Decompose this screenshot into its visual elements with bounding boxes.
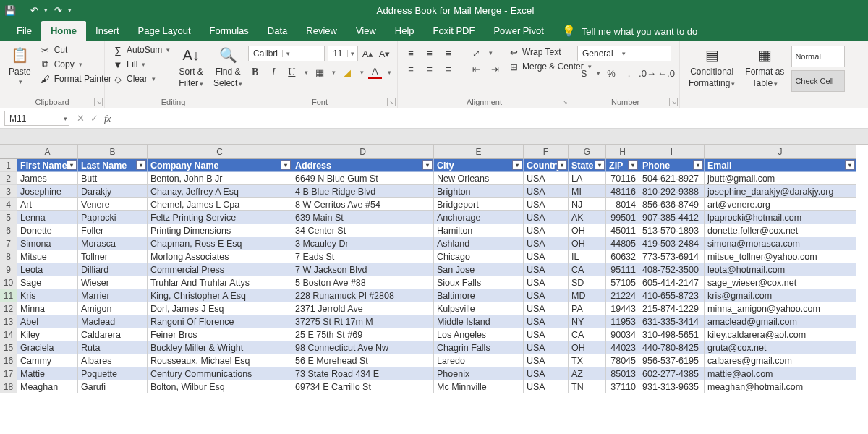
cell[interactable]: Paprocki	[78, 211, 148, 224]
cell[interactable]: Chemel, James L Cpa	[148, 198, 292, 211]
font-name-combo[interactable]: Calibri▾	[248, 46, 325, 61]
cell[interactable]: Wieser	[78, 276, 148, 289]
filter-dropdown-icon[interactable]: ▾	[557, 160, 567, 170]
cell[interactable]: Rangoni Of Florence	[148, 315, 292, 328]
cell[interactable]: amaclead@gmail.com	[705, 315, 856, 328]
cell[interactable]: Morasca	[78, 237, 148, 250]
cell[interactable]: lpaprocki@hotmail.com	[705, 211, 856, 224]
font-size-combo[interactable]: 11▾	[328, 46, 358, 61]
tell-me-search[interactable]: 💡Tell me what you want to do	[562, 25, 697, 41]
table-header[interactable]: Email▾	[705, 159, 856, 172]
row-header[interactable]: 10	[0, 276, 17, 289]
cell[interactable]: 310-498-5651	[639, 328, 705, 341]
column-header[interactable]: I	[639, 145, 705, 159]
fx-icon[interactable]: fx	[104, 113, 111, 124]
select-all-corner[interactable]	[0, 145, 17, 159]
cell[interactable]: USA	[524, 263, 569, 276]
cell[interactable]: USA	[524, 185, 569, 198]
cell[interactable]: 37275 St Rt 17m M	[292, 315, 434, 328]
cell[interactable]: King, Christopher A Esq	[148, 289, 292, 302]
cell[interactable]: Laredo	[434, 354, 524, 367]
cell[interactable]: Amigon	[78, 302, 148, 315]
row-header[interactable]: 5	[0, 211, 17, 224]
cell[interactable]: 931-313-9635	[639, 380, 705, 393]
cell[interactable]: Printing Dimensions	[148, 224, 292, 237]
cell[interactable]: Hamilton	[434, 224, 524, 237]
cell[interactable]: 37110	[606, 380, 639, 393]
cell[interactable]: USA	[524, 354, 569, 367]
filter-dropdown-icon[interactable]: ▾	[67, 160, 77, 170]
undo-dropdown-icon[interactable]: ▾	[44, 7, 48, 14]
style-normal[interactable]: Normal	[791, 46, 845, 67]
table-header[interactable]: Phone▾	[639, 159, 705, 172]
column-header[interactable]: J	[705, 145, 856, 159]
cell[interactable]: 44805	[606, 237, 639, 250]
cell[interactable]: Dilliard	[78, 263, 148, 276]
fill-color-button[interactable]: ◢	[340, 65, 354, 80]
table-header[interactable]: City▾	[434, 159, 524, 172]
filter-dropdown-icon[interactable]: ▾	[422, 160, 433, 170]
cell[interactable]: USA	[524, 172, 569, 185]
cell[interactable]: kiley.caldarera@aol.com	[705, 328, 856, 341]
cell[interactable]: 639 Main St	[292, 211, 434, 224]
cell[interactable]: 228 Runamuck Pl #2808	[292, 289, 434, 302]
cell[interactable]: Sioux Falls	[434, 276, 524, 289]
cell[interactable]: Brighton	[434, 185, 524, 198]
table-header[interactable]: ZIP▾	[606, 159, 639, 172]
cell[interactable]: jbutt@gmail.com	[705, 172, 856, 185]
cell[interactable]: Chagrin Falls	[434, 341, 524, 354]
row-header[interactable]: 11	[0, 289, 17, 302]
cell[interactable]: USA	[524, 224, 569, 237]
cell[interactable]: Art	[17, 198, 78, 211]
redo-icon[interactable]: ↷	[52, 4, 64, 16]
cell[interactable]: Bolton, Wilbur Esq	[148, 380, 292, 393]
cell[interactable]: Leota	[17, 263, 78, 276]
cell[interactable]: Baltimore	[434, 289, 524, 302]
cell[interactable]: 90034	[606, 328, 639, 341]
cell[interactable]: 44023	[606, 341, 639, 354]
tab-insert[interactable]: Insert	[86, 21, 129, 41]
cell[interactable]: Tollner	[78, 250, 148, 263]
cell[interactable]: Venere	[78, 198, 148, 211]
row-header[interactable]: 12	[0, 302, 17, 315]
tab-home[interactable]: Home	[41, 21, 86, 41]
cell[interactable]: USA	[524, 341, 569, 354]
table-header[interactable]: Country▾	[524, 159, 569, 172]
cell[interactable]: Meaghan	[17, 380, 78, 393]
row-header[interactable]: 16	[0, 354, 17, 367]
align-left-icon[interactable]: ≡	[404, 61, 418, 76]
cell[interactable]: 8014	[606, 198, 639, 211]
paste-button[interactable]: 📋 Paste ▾	[6, 43, 34, 87]
spreadsheet-grid[interactable]: A B C D E F G H I J 1First Name▾Last Nam…	[0, 145, 868, 393]
filter-dropdown-icon[interactable]: ▾	[693, 160, 703, 170]
cell[interactable]: calbares@gmail.com	[705, 354, 856, 367]
cell[interactable]: 25 E 75th St #69	[292, 328, 434, 341]
cell[interactable]: Butt	[78, 172, 148, 185]
cell[interactable]: 215-874-1229	[639, 302, 705, 315]
conditional-formatting-button[interactable]: ▤ Conditional Formatting▾	[686, 43, 738, 90]
cell[interactable]: art@venere.org	[705, 198, 856, 211]
cell[interactable]: 410-655-8723	[639, 289, 705, 302]
cell[interactable]: Kiley	[17, 328, 78, 341]
tab-foxit-pdf[interactable]: Foxit PDF	[424, 21, 485, 41]
filter-dropdown-icon[interactable]: ▾	[628, 160, 638, 170]
cell[interactable]: USA	[524, 289, 569, 302]
cell[interactable]: Donette	[17, 224, 78, 237]
decrease-indent-icon[interactable]: ⇤	[469, 61, 483, 76]
name-box[interactable]: M11▾	[4, 111, 69, 126]
cell[interactable]: Feltz Printing Service	[148, 211, 292, 224]
cell[interactable]: 3 Mcauley Dr	[292, 237, 434, 250]
bold-button[interactable]: B	[248, 65, 262, 80]
cell[interactable]: NJ	[569, 198, 606, 211]
row-header[interactable]: 2	[0, 172, 17, 185]
formula-input[interactable]	[118, 111, 868, 126]
cell[interactable]: 605-414-2147	[639, 276, 705, 289]
filter-dropdown-icon[interactable]: ▾	[595, 160, 605, 170]
cell[interactable]: donette.foller@cox.net	[705, 224, 856, 237]
cell[interactable]: 8 W Cerritos Ave #54	[292, 198, 434, 211]
cell[interactable]: 57105	[606, 276, 639, 289]
cell[interactable]: 602-277-4385	[639, 367, 705, 380]
cell[interactable]: 5 Boston Ave #88	[292, 276, 434, 289]
cell[interactable]: Minna	[17, 302, 78, 315]
cell[interactable]: Chicago	[434, 250, 524, 263]
